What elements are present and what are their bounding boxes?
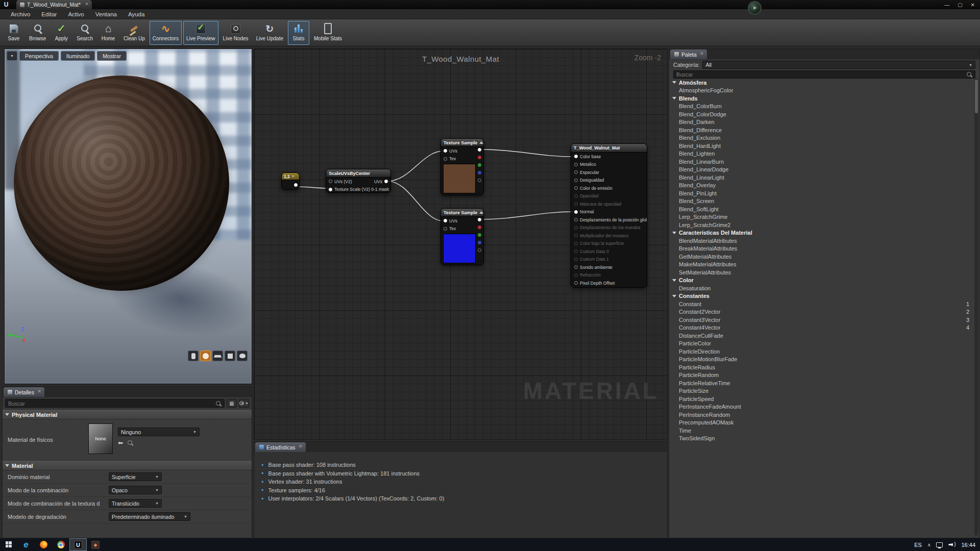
- scaleuvsbycenter-node[interactable]: ScaleUVsByCenter UVs (V2) UVs Texture Sc…: [326, 169, 391, 193]
- taskbar-start-button[interactable]: [0, 538, 17, 551]
- taskbar-firefox-button[interactable]: [35, 538, 52, 551]
- palette-item-particlespeed[interactable]: ParticleSpeed: [670, 395, 973, 403]
- dropdown-modo-de-la-combinaci-n[interactable]: Opaco▼: [109, 486, 162, 494]
- asset-tab[interactable]: T_Wood_Walnut_Mat* ✕: [16, 0, 92, 9]
- viewport-perspectiva-button[interactable]: Perspectiva: [19, 51, 59, 61]
- browse-asset-button[interactable]: [127, 440, 133, 446]
- details-tab[interactable]: Detalles ✕: [4, 387, 44, 397]
- palette-item-particledirection[interactable]: ParticleDirection: [670, 347, 973, 356]
- palette-item-precomputedaomask[interactable]: PrecomputedAOMask: [670, 419, 973, 427]
- menu-editar[interactable]: Editar: [36, 9, 62, 19]
- minimize-button[interactable]: —: [944, 2, 949, 8]
- dropdown-modo-de-combinaci-n-de-la-textura-d[interactable]: Translúcido▼: [109, 499, 162, 508]
- g-output-pin[interactable]: [478, 163, 481, 167]
- palette-item-time[interactable]: Time: [670, 427, 973, 435]
- b-output-pin[interactable]: [478, 171, 481, 174]
- palette-item-blend-exclusion[interactable]: Blend_Exclusion: [670, 134, 973, 142]
- palette-tab[interactable]: Paleta ✕: [670, 49, 707, 59]
- toolbar-live-update-button[interactable]: Live Update: [253, 21, 286, 45]
- scrollbar-thumb[interactable]: [975, 80, 978, 113]
- material-pin-especular[interactable]: Especular: [571, 168, 647, 177]
- collapse-icon[interactable]: [479, 211, 483, 214]
- palette-item-blend-darken[interactable]: Blend_Darken: [670, 118, 973, 127]
- menu-ayuda[interactable]: Ayuda: [122, 9, 150, 19]
- category-dropdown[interactable]: All ▼: [702, 61, 975, 69]
- r-output-pin[interactable]: [478, 156, 481, 159]
- palette-scrollbar[interactable]: [974, 79, 978, 536]
- mesh-cube-button[interactable]: [225, 350, 235, 361]
- material-pin-normal[interactable]: Normal: [571, 208, 647, 216]
- material-pin-multiplicador-del-mosaico[interactable]: Multiplicador del mosaico: [571, 232, 647, 240]
- palette-item-blend-difference[interactable]: Blend_Difference: [670, 126, 973, 134]
- rgb-output-pin[interactable]: [478, 148, 481, 152]
- palette-item-blend-lineardodge[interactable]: Blend_LinearDodge: [670, 166, 973, 174]
- toolbar-stats-button[interactable]: Stats: [288, 21, 309, 45]
- input-pin[interactable]: [329, 188, 332, 191]
- a-output-pin[interactable]: [478, 248, 481, 252]
- palette-item-blend-hardlight[interactable]: Blend_HardLight: [670, 142, 973, 150]
- toolbar-live-preview-button[interactable]: Live Preview: [183, 21, 218, 45]
- palette-item-blend-linearlight[interactable]: Blend_LinearLight: [670, 173, 973, 182]
- toolbar-clean-up-button[interactable]: Clean Up: [120, 21, 148, 45]
- feedback-button[interactable]: ➤: [748, 1, 762, 15]
- dropdown-modelo-de-degradaci-n[interactable]: Predeterminado iluminado▼: [109, 512, 190, 521]
- palette-item-blend-linearburn[interactable]: Blend_LinearBurn: [670, 158, 973, 166]
- output-pin[interactable]: [384, 180, 388, 183]
- b-output-pin[interactable]: [478, 241, 481, 244]
- toolbar-connectors-button[interactable]: Connectors: [150, 21, 182, 45]
- material-pin-desigualdad[interactable]: Desigualdad: [571, 177, 647, 185]
- palette-item-blend-colorburn[interactable]: Blend_ColorBurn: [670, 103, 973, 111]
- palette-item-constant4vector[interactable]: Constant4Vector4: [670, 324, 973, 332]
- material-pin-color-bajo-la-superficie[interactable]: Color bajo la superficie: [571, 240, 647, 248]
- texture-sample-node-2[interactable]: Texture Sample UVs Tex: [440, 208, 484, 265]
- material-output-node[interactable]: T_Wood_Walnut_Mat Color baseMetalicoEspe…: [571, 143, 647, 288]
- stats-tab[interactable]: Estadísticas ✕: [255, 442, 306, 452]
- palette-item-twosidedsign[interactable]: TwoSidedSign: [670, 435, 973, 443]
- r-output-pin[interactable]: [478, 226, 481, 229]
- uvs-input-pin[interactable]: [444, 149, 447, 153]
- mesh-custom-button[interactable]: [237, 350, 248, 361]
- toolbar-mobile-stats-button[interactable]: Mobile Stats: [311, 21, 345, 45]
- tex-input-pin[interactable]: [444, 157, 447, 161]
- viewport-iluminado-button[interactable]: Iluminado: [61, 51, 95, 61]
- taskbar-unreal-button[interactable]: U: [69, 538, 87, 551]
- palette-item-atmosphericfogcolor[interactable]: AtmosphericFogColor: [670, 87, 973, 95]
- g-output-pin[interactable]: [478, 233, 481, 237]
- palette-item-blend-softlight[interactable]: Blend_SoftLight: [670, 205, 973, 213]
- viewport-mostrar-button[interactable]: Mostrar: [97, 51, 127, 61]
- taskbar-edge-button[interactable]: e: [17, 538, 35, 551]
- material-pin-color-base[interactable]: Color base: [571, 153, 647, 161]
- constant-output-pin[interactable]: [294, 183, 298, 187]
- material-pin-pixel-depth-offset[interactable]: Pixel Depth Offset: [571, 279, 647, 287]
- volume-icon[interactable]: [948, 542, 955, 548]
- uvs-input-pin[interactable]: [444, 219, 447, 222]
- material-pin-sonido-ambiente[interactable]: Sonido ambiente: [571, 263, 647, 271]
- toolbar-search-button[interactable]: Search: [74, 21, 96, 45]
- palette-item-constant2vector[interactable]: Constant2Vector2: [670, 308, 973, 316]
- rgb-output-pin[interactable]: [478, 218, 481, 221]
- palette-item-distancecullfade[interactable]: DistanceCullFade: [670, 332, 973, 340]
- palette-item-blend-pinlight[interactable]: Blend_PinLight: [670, 189, 973, 197]
- preview-viewport[interactable]: ▼PerspectivaIluminadoMostrar Z X: [4, 48, 252, 384]
- palette-category-blends[interactable]: Blends: [670, 94, 973, 103]
- tray-expand-icon[interactable]: ∧: [927, 542, 931, 547]
- viewport-options-button[interactable]: ▼: [7, 51, 17, 61]
- tex-input-pin[interactable]: [444, 227, 447, 231]
- toolbar-apply-button[interactable]: Apply: [51, 21, 72, 45]
- material-pin-metalico[interactable]: Metalico: [571, 161, 647, 169]
- maximize-button[interactable]: ▢: [958, 2, 962, 8]
- phys-material-dropdown[interactable]: Ninguno ▼: [118, 428, 200, 436]
- palette-item-particlerandom[interactable]: ParticleRandom: [670, 371, 973, 380]
- palette-item-lerp-scratchgrime[interactable]: Lerp_ScratchGrime: [670, 213, 973, 221]
- use-selected-asset-button[interactable]: ⬅: [118, 439, 123, 446]
- palette-category-color[interactable]: Color: [670, 277, 973, 285]
- toolbar-live-nodes-button[interactable]: Live Nodes: [220, 21, 252, 45]
- palette-item-blend-screen[interactable]: Blend_Screen: [670, 197, 973, 206]
- phys-material-thumbnail[interactable]: None: [88, 423, 113, 454]
- network-icon[interactable]: [936, 542, 943, 547]
- taskbar-app-button[interactable]: ◆: [87, 538, 104, 551]
- menu-ventana[interactable]: Ventana: [90, 9, 122, 19]
- palette-item-particlesize[interactable]: ParticleSize: [670, 387, 973, 395]
- palette-item-makematerialattributes[interactable]: MakeMaterialAttributes: [670, 261, 973, 269]
- palette-item-constant3vector[interactable]: Constant3Vector3: [670, 316, 973, 324]
